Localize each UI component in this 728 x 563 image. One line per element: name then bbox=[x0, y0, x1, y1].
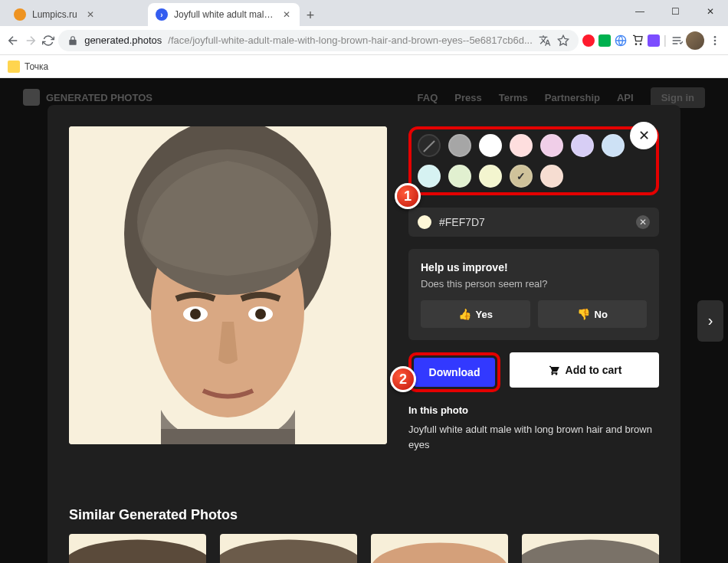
generated-photo bbox=[69, 126, 387, 444]
close-tab-icon[interactable]: ✕ bbox=[283, 9, 290, 20]
color-swatch[interactable] bbox=[540, 134, 563, 157]
download-button[interactable]: Download bbox=[414, 358, 495, 387]
similar-section: Similar Generated Photos bbox=[69, 507, 659, 563]
similar-thumb[interactable] bbox=[220, 534, 357, 563]
bookmarks-bar: Точка bbox=[0, 55, 728, 78]
feedback-title: Help us improve! bbox=[421, 261, 647, 273]
photo-modal: ✕ bbox=[48, 105, 680, 563]
ext-cart-icon[interactable] bbox=[631, 31, 644, 51]
ext-purple-icon[interactable] bbox=[647, 31, 660, 51]
svg-point-10 bbox=[190, 309, 201, 319]
svg-rect-12 bbox=[161, 429, 295, 444]
close-modal-icon[interactable]: ✕ bbox=[630, 122, 657, 149]
ext-opera-icon[interactable] bbox=[582, 31, 595, 51]
face-illustration bbox=[69, 126, 387, 444]
forward-icon[interactable] bbox=[24, 30, 38, 51]
reading-list-icon[interactable] bbox=[670, 31, 683, 51]
similar-heading: Similar Generated Photos bbox=[69, 507, 659, 523]
menu-icon[interactable] bbox=[707, 30, 722, 51]
add-to-cart-button[interactable]: Add to cart bbox=[510, 352, 659, 388]
svg-point-3 bbox=[713, 43, 716, 45]
ext-globe-icon[interactable] bbox=[615, 31, 628, 51]
action-row: Download Add to cart 2 bbox=[408, 352, 659, 392]
color-swatch[interactable] bbox=[602, 134, 625, 157]
svg-point-11 bbox=[255, 309, 266, 319]
thumbs-down-icon: 👎 bbox=[577, 308, 590, 320]
svg-point-15 bbox=[371, 542, 508, 563]
annotation-callout-1: 1 bbox=[395, 183, 421, 209]
close-window-icon[interactable]: ✕ bbox=[693, 0, 728, 23]
url-domain: generated.photos bbox=[84, 34, 162, 46]
svg-point-14 bbox=[220, 540, 357, 563]
feedback-question: Does this person seem real? bbox=[421, 278, 647, 290]
desc-heading: In this photo bbox=[408, 404, 659, 416]
nav-link[interactable]: Partnership bbox=[545, 92, 600, 103]
photo-description: In this photo Joyfull white adult male w… bbox=[408, 404, 659, 452]
nav-link[interactable]: FAQ bbox=[418, 92, 438, 103]
favicon-icon bbox=[14, 8, 26, 21]
next-arrow-icon[interactable]: › bbox=[697, 300, 723, 342]
color-swatch[interactable] bbox=[448, 134, 471, 157]
hex-value: #FEF7D7 bbox=[439, 216, 485, 228]
bookmark-item[interactable]: Точка bbox=[25, 61, 48, 72]
new-tab-button[interactable]: + bbox=[300, 5, 321, 26]
color-preview-icon bbox=[418, 215, 431, 229]
url-input[interactable]: generated.photos /face/joyfull-white-adu… bbox=[58, 30, 579, 51]
color-swatch[interactable] bbox=[510, 165, 533, 188]
star-icon[interactable] bbox=[557, 34, 569, 47]
no-button[interactable]: 👎No bbox=[538, 300, 648, 328]
svg-point-1 bbox=[713, 36, 716, 38]
brand-text: GENERATED PHOTOS bbox=[46, 92, 152, 103]
nav-link[interactable]: Press bbox=[454, 92, 481, 103]
color-swatch[interactable] bbox=[479, 134, 502, 157]
tab-title: Joyfull white adult male with long bbox=[174, 9, 274, 20]
similar-thumb[interactable] bbox=[522, 534, 659, 563]
address-bar: generated.photos /face/joyfull-white-adu… bbox=[0, 26, 728, 55]
svg-point-13 bbox=[69, 540, 206, 563]
profile-avatar[interactable] bbox=[686, 31, 704, 51]
ext-music-icon[interactable] bbox=[598, 31, 611, 51]
browser-tab[interactable]: Lumpics.ru ✕ bbox=[6, 3, 148, 26]
svg-point-2 bbox=[713, 39, 716, 41]
color-swatch[interactable] bbox=[510, 134, 533, 157]
color-swatch[interactable] bbox=[418, 134, 441, 157]
tab-title: Lumpics.ru bbox=[32, 9, 77, 20]
browser-tab-active[interactable]: › Joyfull white adult male with long ✕ bbox=[148, 3, 300, 26]
favicon-icon: › bbox=[156, 8, 168, 21]
bookmark-folder-icon bbox=[8, 61, 20, 73]
thumbs-up-icon: 👍 bbox=[458, 308, 471, 320]
color-swatch[interactable] bbox=[418, 165, 441, 188]
maximize-icon[interactable]: ☐ bbox=[657, 0, 693, 23]
color-swatch[interactable] bbox=[571, 134, 594, 157]
close-tab-icon[interactable]: ✕ bbox=[87, 9, 94, 20]
minimize-icon[interactable]: ― bbox=[622, 0, 657, 23]
color-swatch[interactable] bbox=[479, 165, 502, 188]
color-hex-input[interactable]: #FEF7D7 ✕ bbox=[408, 208, 659, 237]
feedback-card: Help us improve! Does this person seem r… bbox=[408, 249, 659, 340]
cart-icon bbox=[547, 364, 559, 376]
svg-point-16 bbox=[522, 540, 659, 563]
nav-link[interactable]: API bbox=[617, 92, 634, 103]
background-palette: 1 bbox=[408, 126, 659, 195]
yes-button[interactable]: 👍Yes bbox=[421, 300, 530, 328]
desc-text: Joyfull white adult male with long brown… bbox=[408, 422, 659, 452]
reload-icon[interactable] bbox=[41, 30, 55, 51]
annotation-callout-2: 2 bbox=[390, 366, 416, 392]
clear-color-icon[interactable]: ✕ bbox=[636, 215, 650, 229]
window-titlebar: Lumpics.ru ✕ › Joyfull white adult male … bbox=[0, 0, 728, 26]
similar-thumb[interactable] bbox=[371, 534, 508, 563]
page-content: GENERATED PHOTOS FAQ Press Terms Partner… bbox=[0, 78, 728, 563]
nav-link[interactable]: Terms bbox=[499, 92, 528, 103]
color-swatch[interactable] bbox=[448, 165, 471, 188]
url-path: /face/joyfull-white-adult-male-with-long… bbox=[168, 34, 532, 46]
lock-icon bbox=[67, 35, 78, 46]
back-icon[interactable] bbox=[6, 30, 21, 51]
color-swatch[interactable] bbox=[540, 165, 563, 188]
translate-icon[interactable] bbox=[539, 34, 551, 47]
similar-thumb[interactable] bbox=[69, 534, 206, 563]
side-panel: 1 #FEF7D7 ✕ Help us improve! Does this p… bbox=[408, 126, 659, 542]
